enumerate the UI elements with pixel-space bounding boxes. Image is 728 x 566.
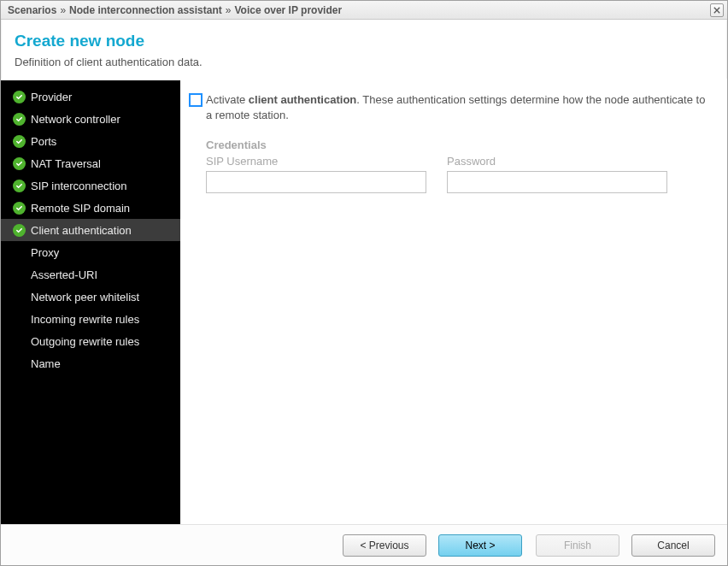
sidebar-item-network-controller[interactable]: Network controller <box>1 108 180 130</box>
wizard-content: Activate client authentication. These au… <box>180 80 727 524</box>
sidebar-item-remote-sip-domain[interactable]: Remote SIP domain <box>1 197 180 219</box>
sidebar-item-name[interactable]: Name <box>1 352 180 374</box>
sidebar-item-label: Outgoing rewrite rules <box>31 335 139 348</box>
activate-text-prefix: Activate <box>206 93 249 106</box>
sidebar-item-asserted-uri[interactable]: Asserted-URI <box>1 263 180 286</box>
wizard-body: ProviderNetwork controllerPortsNAT Trave… <box>1 80 727 524</box>
sidebar-item-label: Incoming rewrite rules <box>31 313 139 326</box>
credentials-title: Credentials <box>206 139 712 151</box>
sip-username-input[interactable] <box>206 171 426 193</box>
finish-button: Finish <box>536 534 619 557</box>
sidebar-item-label: Provider <box>31 91 72 103</box>
sidebar-item-network-peer-whitelist[interactable]: Network peer whitelist <box>1 286 180 308</box>
sidebar-item-label: Network controller <box>31 113 120 126</box>
step-icon-placeholder <box>13 313 26 326</box>
page-subtitle: Definition of client authentication data… <box>15 56 713 68</box>
step-icon-placeholder <box>13 291 26 304</box>
sidebar-item-label: Asserted-URI <box>31 268 97 281</box>
sidebar-item-label: SIP interconnection <box>31 180 127 192</box>
sidebar-item-label: Name <box>31 357 61 370</box>
password-field-group: Password <box>447 155 667 193</box>
step-icon-placeholder <box>13 335 26 348</box>
sidebar-item-label: Remote SIP domain <box>31 202 130 215</box>
step-icon-placeholder <box>13 268 26 281</box>
sidebar-item-incoming-rewrite-rules[interactable]: Incoming rewrite rules <box>1 308 180 330</box>
sidebar-item-label: NAT Traversal <box>31 157 101 170</box>
step-icon-placeholder <box>13 246 26 259</box>
breadcrumb-sep: » <box>60 4 66 16</box>
activate-text-bold: client authentication <box>249 93 356 106</box>
check-icon <box>13 180 26 192</box>
credentials-section: Credentials SIP Username Password <box>206 139 712 193</box>
activate-checkbox[interactable] <box>189 93 203 107</box>
wizard-steps-sidebar: ProviderNetwork controllerPortsNAT Trave… <box>1 80 180 524</box>
titlebar: Scenarios » Node interconnection assista… <box>1 1 727 20</box>
page-title: Create new node <box>15 32 713 50</box>
check-icon <box>13 135 26 148</box>
sidebar-item-sip-interconnection[interactable]: SIP interconnection <box>1 174 180 197</box>
activate-row: Activate client authentication. These au… <box>185 92 712 123</box>
wizard-header: Create new node Definition of client aut… <box>1 20 727 80</box>
check-icon <box>13 91 26 103</box>
sidebar-item-ports[interactable]: Ports <box>1 130 180 152</box>
wizard-dialog: Scenarios » Node interconnection assista… <box>0 0 728 566</box>
sidebar-item-label: Client authentication <box>31 224 132 237</box>
password-label: Password <box>447 155 667 168</box>
breadcrumb-sep: » <box>226 4 232 16</box>
username-label: SIP Username <box>206 155 426 168</box>
previous-button[interactable]: < Previous <box>343 534 426 557</box>
cancel-button[interactable]: Cancel <box>631 534 715 557</box>
activate-description: Activate client authentication. These au… <box>206 92 712 123</box>
sidebar-item-client-authentication[interactable]: Client authentication <box>1 219 180 241</box>
sidebar-item-label: Proxy <box>31 246 59 259</box>
password-input[interactable] <box>447 171 667 193</box>
step-icon-placeholder <box>13 357 26 370</box>
wizard-footer: < Previous Next > Finish Cancel <box>1 524 727 565</box>
check-icon <box>13 113 26 126</box>
check-icon <box>13 224 26 237</box>
username-field-group: SIP Username <box>206 155 426 193</box>
close-button[interactable] <box>710 3 724 17</box>
check-icon <box>13 202 26 215</box>
sidebar-item-provider[interactable]: Provider <box>1 85 180 108</box>
breadcrumb-2: Node interconnection assistant <box>69 4 222 16</box>
check-icon <box>13 157 26 170</box>
breadcrumb-3: Voice over IP provider <box>234 4 342 16</box>
breadcrumb-1: Scenarios <box>8 4 56 16</box>
sidebar-item-label: Network peer whitelist <box>31 291 139 304</box>
close-icon <box>713 7 720 14</box>
sidebar-item-nat-traversal[interactable]: NAT Traversal <box>1 152 180 174</box>
sidebar-item-label: Ports <box>31 135 56 148</box>
next-button[interactable]: Next > <box>438 534 522 557</box>
sidebar-item-outgoing-rewrite-rules[interactable]: Outgoing rewrite rules <box>1 330 180 352</box>
sidebar-item-proxy[interactable]: Proxy <box>1 241 180 263</box>
